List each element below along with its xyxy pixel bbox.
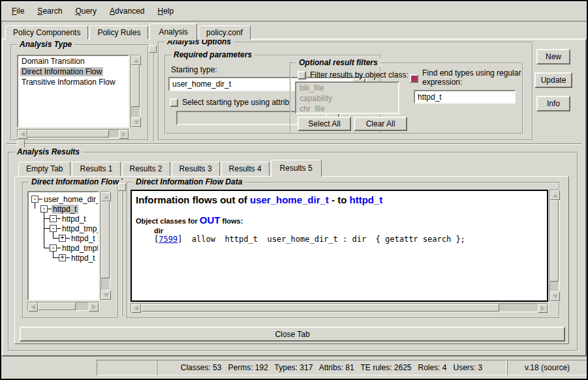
update-button[interactable]: Update (534, 72, 572, 88)
tree-row[interactable]: - httpd_tmpfs_t (29, 243, 98, 253)
flow-heading: Information flows out of user_home_dir_t… (136, 194, 543, 205)
tree-expand-box[interactable]: - (50, 225, 57, 232)
menu-item[interactable]: Advanced (103, 4, 151, 18)
tree-expand-box[interactable]: - (31, 196, 39, 203)
analysis-type-vscrollbar[interactable] (131, 55, 140, 128)
scroll-up-arrow[interactable] (131, 55, 141, 65)
main-tab[interactable]: Policy Rules (89, 25, 148, 40)
tree-vscrollbar[interactable] (101, 191, 110, 300)
scroll-thumb[interactable] (38, 302, 76, 310)
tree-expand-box[interactable]: + (59, 235, 66, 242)
scroll-right-arrow[interactable] (119, 130, 129, 139)
analysis-type-item[interactable]: Transitive Information Flow (18, 77, 128, 87)
main-tab[interactable]: Policy Components (5, 25, 88, 40)
clear-all-button[interactable]: Clear All (354, 117, 407, 131)
object-class-item: capability (296, 93, 398, 104)
object-class-checkbox[interactable] (298, 71, 306, 80)
tree-expand-box[interactable]: + (59, 254, 66, 261)
results-tab[interactable]: Results 1 (72, 162, 120, 176)
scroll-thumb[interactable] (101, 201, 110, 278)
scroll-thumb[interactable] (27, 130, 109, 138)
tree-row[interactable]: - httpd_t (29, 214, 98, 224)
close-tab-button[interactable]: Close Tab (20, 327, 565, 342)
select-all-button[interactable]: Select All (298, 117, 351, 131)
scroll-right-arrow[interactable] (538, 304, 548, 313)
attrib-checkbox[interactable] (170, 98, 178, 107)
horizontal-sash[interactable] (7, 143, 581, 145)
tree-row[interactable]: - user_home_dir_t (29, 194, 98, 204)
main-tab[interactable]: policy.conf (198, 25, 251, 40)
scroll-thumb[interactable] (550, 200, 559, 282)
menu-item[interactable]: File (5, 4, 31, 18)
menu-bar: File Search Query Advanced Help (1, 1, 587, 22)
analysis-results-panel: Analysis Results Empty Tab Results 1 Res… (8, 152, 578, 351)
analysis-type-panel: Analysis Type Domain Transition Direct I… (10, 44, 149, 141)
tree-row[interactable]: - httpd_tmp_t (29, 224, 98, 233)
flow-source-type: user_home_dir_t (250, 194, 329, 205)
analysis-options-panel: Analysis Options Required parameters Sta… (158, 42, 533, 141)
scroll-up-arrow[interactable] (101, 192, 111, 201)
tree-hscrollbar[interactable] (27, 302, 99, 311)
results-tab[interactable]: Results 2 (122, 162, 170, 176)
tree-node-label[interactable]: httpd_t (52, 205, 78, 214)
data-vscrollbar[interactable] (549, 190, 559, 302)
object-class-checkbox-row: Filter results by object class: (298, 70, 409, 80)
tree-node-label[interactable]: httpd_tmp_t (61, 224, 99, 233)
main-tab[interactable]: Analysis (149, 23, 197, 40)
regex-input[interactable]: httpd_t (414, 90, 516, 104)
attrib-checkbox-row: Select starting type using attrib: (170, 98, 291, 107)
analysis-type-listbox[interactable]: Domain Transition Direct Information Flo… (17, 55, 129, 128)
scroll-thumb[interactable] (131, 65, 140, 107)
flow-tree[interactable]: - user_home_dir_t - httpd_t (27, 191, 99, 300)
flow-target-type: httpd_t (350, 194, 383, 205)
scroll-up-arrow[interactable] (550, 190, 560, 200)
results-vertical-sash[interactable] (121, 183, 123, 316)
attrib-checkbox-label: Select starting type using attrib: (182, 98, 291, 107)
tree-node-label[interactable]: httpd_t (61, 214, 87, 224)
sash-handle[interactable] (149, 45, 157, 53)
object-class-checkbox-label: Filter results by object class: (310, 70, 409, 80)
scroll-left-arrow[interactable] (131, 304, 141, 313)
scroll-thumb[interactable] (141, 304, 499, 312)
tree-row[interactable]: + httpd_t (29, 253, 98, 263)
required-parameters-title: Required parameters (171, 50, 255, 59)
tree-node-label[interactable]: httpd_t (70, 234, 97, 243)
tree-expand-box[interactable]: - (50, 244, 57, 252)
info-button[interactable]: Info (536, 96, 570, 111)
rule-number-link[interactable]: 7599 (159, 235, 178, 244)
optional-filters-title: Optional result filters (296, 58, 380, 67)
scroll-down-arrow[interactable] (550, 291, 560, 301)
menu-item[interactable]: Search (31, 4, 69, 18)
data-hscrollbar[interactable] (131, 303, 548, 312)
sash-handle[interactable] (118, 183, 126, 191)
tree-expand-box[interactable]: - (50, 215, 57, 222)
tree-line (44, 212, 44, 248)
scroll-left-arrow[interactable] (18, 130, 27, 139)
analysis-type-item[interactable]: Direct Information Flow (18, 66, 128, 77)
analysis-type-item[interactable]: Domain Transition (18, 56, 128, 66)
results-tab[interactable]: Results 4 (221, 162, 270, 176)
new-button[interactable]: New (536, 49, 570, 65)
tree-expand-box[interactable]: - (40, 205, 48, 212)
results-tab[interactable]: Results 3 (172, 162, 220, 176)
scroll-right-arrow[interactable] (89, 302, 99, 312)
tree-row[interactable]: + httpd_t (29, 233, 98, 243)
results-tab[interactable]: Empty Tab (18, 162, 70, 176)
menu-item[interactable]: Help (151, 4, 180, 18)
menu-item[interactable]: Query (69, 4, 103, 18)
tree-node-label[interactable]: httpd_tmpfs_t (61, 244, 99, 253)
analysis-type-hscrollbar[interactable] (17, 129, 129, 138)
scroll-down-arrow[interactable] (131, 117, 141, 127)
tree-node-label[interactable]: httpd_t (70, 254, 97, 263)
results-tab[interactable]: Results 5 (271, 160, 322, 177)
tree-row[interactable]: - httpd_t (29, 204, 98, 214)
scroll-down-arrow[interactable] (101, 290, 111, 300)
results-page: Direct Information Flow Tree - user_home… (14, 176, 569, 344)
vertical-sash[interactable] (152, 44, 153, 141)
regex-checkbox[interactable] (410, 74, 418, 83)
tree-node-label[interactable]: user_home_dir_t (42, 195, 99, 204)
flow-data-text[interactable]: Information flows out of user_home_dir_t… (131, 190, 548, 302)
object-class-item: blk_file (296, 83, 398, 93)
flow-tree-panel: Direct Information Flow Tree - user_home… (22, 182, 119, 319)
scroll-left-arrow[interactable] (28, 302, 38, 312)
